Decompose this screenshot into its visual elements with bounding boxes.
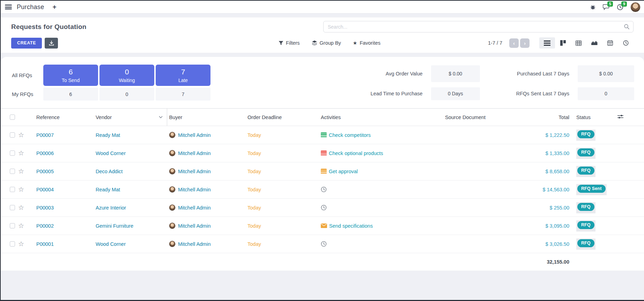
search-box[interactable] [323, 21, 634, 32]
vendor-link[interactable]: Gemini Furniture [96, 223, 133, 229]
activity-cell[interactable]: Check competitors [321, 132, 432, 138]
create-button[interactable]: CREATE [11, 38, 42, 49]
column-header-total[interactable]: Total [511, 109, 573, 126]
late-button[interactable]: 7 Late [156, 65, 210, 86]
app-name[interactable]: Purchase [17, 3, 44, 11]
row-checkbox[interactable] [10, 187, 15, 192]
to-send-button[interactable]: 6 To Send [43, 65, 98, 86]
row-checkbox[interactable] [10, 205, 15, 210]
activity-cell[interactable] [321, 241, 432, 247]
buyer-name[interactable]: Mitchell Admin [178, 132, 210, 138]
table-row[interactable]: ☆ P00001 Wood Corner Mitchell Admin Toda… [1, 235, 644, 253]
calendar-view-button[interactable] [602, 37, 618, 49]
order-deadline[interactable]: Today [247, 187, 261, 192]
reference-link[interactable]: P00006 [36, 150, 54, 156]
column-header-vendor[interactable]: Vendor [94, 109, 167, 126]
buyer-name[interactable]: Mitchell Admin [178, 205, 210, 211]
reference-link[interactable]: P00004 [36, 187, 54, 192]
column-header-activities[interactable]: Activities [319, 109, 434, 126]
waiting-button[interactable]: 0 Waiting [99, 65, 154, 86]
favorite-star-icon[interactable]: ☆ [18, 186, 24, 193]
list-view-button[interactable] [539, 37, 555, 49]
pager-next-button[interactable]: › [520, 38, 530, 48]
table-row[interactable]: ☆ P00007 Ready Mat Mitchell Admin Today … [1, 126, 644, 144]
select-all-checkbox[interactable] [10, 115, 15, 120]
vendor-link[interactable]: Ready Mat [96, 132, 120, 138]
column-header-buyer[interactable]: Buyer [167, 109, 245, 126]
activity-cell[interactable] [321, 186, 432, 192]
vendor-link[interactable]: Azure Interior [96, 205, 126, 211]
all-rfqs-label[interactable]: All RFQs [12, 73, 42, 78]
sort-caret-icon[interactable] [159, 116, 163, 118]
activity-cell[interactable]: Get approval [321, 169, 432, 174]
order-deadline[interactable]: Today [247, 150, 261, 156]
row-checkbox[interactable] [10, 241, 15, 247]
row-checkbox[interactable] [10, 169, 15, 174]
group-by-button[interactable]: Group By [312, 40, 341, 46]
debug-bug-icon[interactable] [590, 4, 596, 10]
vendor-link[interactable]: Ready Mat [96, 187, 120, 192]
favorite-star-icon[interactable]: ☆ [18, 168, 24, 175]
user-avatar[interactable] [630, 2, 641, 12]
graph-view-button[interactable] [586, 37, 602, 49]
vendor-link[interactable]: Wood Corner [96, 150, 126, 156]
table-row[interactable]: ☆ P00004 Ready Mat Mitchell Admin Today [1, 181, 644, 199]
reference-link[interactable]: P00001 [36, 241, 54, 247]
plus-icon[interactable]: + [52, 3, 56, 11]
favorite-star-icon[interactable]: ☆ [18, 240, 24, 248]
favorites-button[interactable]: ★ Favorites [353, 40, 380, 46]
buyer-name[interactable]: Mitchell Admin [178, 169, 210, 174]
reference-link[interactable]: P00002 [36, 223, 54, 229]
order-deadline[interactable]: Today [247, 223, 261, 229]
favorite-star-icon[interactable]: ☆ [18, 204, 24, 211]
activity-cell[interactable]: Check optional products [321, 150, 432, 156]
apps-menu-icon[interactable] [5, 5, 12, 9]
order-deadline[interactable]: Today [247, 169, 261, 174]
messages-icon[interactable]: 5 [603, 4, 610, 10]
activity-summary[interactable]: Check optional products [329, 150, 383, 156]
pivot-view-button[interactable] [571, 37, 586, 49]
order-deadline[interactable]: Today [247, 205, 261, 211]
activities-clock-icon[interactable]: 9 [617, 4, 623, 10]
vendor-link[interactable]: Deco Addict [96, 169, 123, 174]
vendor-link[interactable]: Wood Corner [96, 241, 126, 247]
export-button[interactable] [45, 38, 58, 49]
activity-cell[interactable] [321, 205, 432, 211]
activity-cell[interactable]: Send specifications [321, 223, 432, 229]
reference-link[interactable]: P00005 [36, 169, 54, 174]
reference-link[interactable]: P00007 [36, 132, 54, 138]
order-deadline[interactable]: Today [247, 241, 261, 247]
column-header-order-deadline[interactable]: Order Deadline [245, 109, 319, 126]
row-checkbox[interactable] [10, 132, 15, 138]
column-header-status[interactable]: Status [573, 109, 615, 126]
table-row[interactable]: ☆ P00005 Deco Addict Mitchell Admin Toda… [1, 162, 644, 181]
activity-view-button[interactable] [618, 37, 634, 49]
kanban-view-button[interactable] [555, 37, 571, 49]
buyer-name[interactable]: Mitchell Admin [178, 150, 210, 156]
optional-columns-icon[interactable] [617, 114, 623, 119]
buyer-name[interactable]: Mitchell Admin [178, 223, 210, 229]
row-checkbox[interactable] [10, 150, 15, 156]
table-row[interactable]: ☆ P00002 Gemini Furniture Mitchell Admin… [1, 217, 644, 235]
buyer-name[interactable]: Mitchell Admin [178, 241, 210, 247]
my-rfqs-label[interactable]: My RFQs [12, 91, 42, 97]
activity-summary[interactable]: Get approval [329, 169, 358, 174]
search-icon[interactable] [624, 24, 630, 30]
my-late-value[interactable]: 7 [156, 88, 210, 101]
favorite-star-icon[interactable]: ☆ [18, 149, 24, 157]
favorite-star-icon[interactable]: ☆ [18, 222, 24, 229]
filters-button[interactable]: Filters [279, 40, 299, 46]
column-header-source-document[interactable]: Source Document [434, 109, 511, 126]
activity-summary[interactable]: Check competitors [329, 132, 371, 138]
buyer-name[interactable]: Mitchell Admin [178, 187, 210, 192]
reference-link[interactable]: P00003 [36, 205, 54, 211]
my-to-send-value[interactable]: 6 [43, 88, 98, 101]
column-header-reference[interactable]: Reference [34, 109, 94, 126]
order-deadline[interactable]: Today [247, 132, 261, 138]
table-row[interactable]: ☆ P00003 Azure Interior Mitchell Admin T… [1, 199, 644, 217]
my-waiting-value[interactable]: 0 [99, 88, 154, 101]
table-row[interactable]: ☆ P00006 Wood Corner Mitchell Admin Toda… [1, 144, 644, 162]
activity-summary[interactable]: Send specifications [329, 223, 373, 229]
row-checkbox[interactable] [10, 223, 15, 228]
favorite-star-icon[interactable]: ☆ [18, 131, 24, 139]
